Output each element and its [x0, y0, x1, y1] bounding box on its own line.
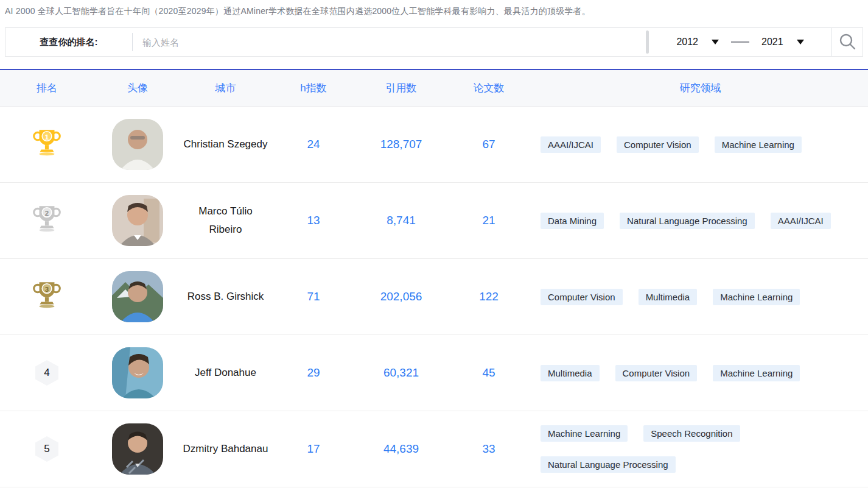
year-from-select[interactable]: 2012: [676, 37, 719, 48]
chevron-down-icon: [797, 40, 804, 44]
scholar-name[interactable]: Marco Túlio Ribeiro: [181, 202, 270, 239]
citations-value: 44,639: [383, 442, 419, 456]
field-tag: Machine Learning: [715, 136, 802, 153]
rank-badge: 4: [35, 360, 58, 386]
year-to-select[interactable]: 2021: [761, 37, 804, 48]
field-tag: Machine Learning: [713, 289, 800, 305]
year-to-value: 2021: [761, 37, 783, 48]
header-research-fields: 研究领域: [533, 81, 868, 95]
scholar-name[interactable]: Ross B. Girshick: [187, 288, 264, 306]
rank-number: 1: [45, 133, 49, 141]
scholar-name[interactable]: Dzmitry Bahdanau: [183, 440, 268, 458]
field-tag: AAAI/IJCAI: [541, 136, 601, 153]
h-index-value: 24: [307, 138, 320, 151]
citations-value: 60,321: [383, 366, 419, 380]
papers-value: 33: [482, 442, 495, 456]
search-bar: 查查你的排名: 2012 2021: [5, 27, 863, 57]
scholar-avatar[interactable]: [112, 271, 163, 322]
scholar-avatar[interactable]: [112, 423, 163, 475]
rank-number: 2: [45, 210, 49, 217]
papers-value: 45: [482, 366, 495, 380]
rank-number: 3: [45, 286, 49, 293]
scholar-avatar[interactable]: [112, 195, 163, 246]
table-row: 4 Jeff Donahue 29 60,321 45 Multimedia C…: [0, 335, 868, 411]
field-tag: AAAI/IJCAI: [771, 213, 831, 229]
h-index-value: 17: [307, 442, 320, 456]
header-city: 城市: [181, 81, 270, 95]
field-tag: Speech Recognition: [643, 425, 740, 442]
year-from-value: 2012: [676, 37, 698, 48]
field-tag: Computer Vision: [615, 365, 698, 381]
magnifier-icon: [838, 32, 856, 52]
header-papers: 论文数: [445, 81, 533, 95]
field-tag: Computer Vision: [541, 289, 623, 305]
header-citations: 引用数: [357, 81, 445, 95]
header-rank: 排名: [0, 81, 94, 95]
rank-badge: 5: [35, 436, 58, 462]
citations-value: 128,707: [380, 138, 422, 151]
search-button[interactable]: [832, 28, 863, 56]
h-index-value: 13: [307, 214, 320, 227]
bronze-trophy-icon: 3: [33, 279, 61, 314]
header-h-index: h指数: [270, 81, 357, 95]
citations-value: 202,056: [380, 290, 422, 303]
field-tag: Multimedia: [541, 365, 600, 381]
field-tag: Computer Vision: [617, 136, 699, 153]
silver-trophy-icon: 2: [33, 203, 61, 238]
h-index-value: 29: [307, 366, 320, 380]
page-description: AI 2000 全球人工智能学者旨在十年间（2020至2029年）通过AMine…: [5, 6, 863, 17]
field-tag: Data Mining: [541, 213, 604, 229]
header-avatar: 头像: [94, 81, 181, 95]
table-row: 2 Marco Túlio Ribeiro 13 8,741 21 Data M…: [0, 183, 868, 259]
scholar-avatar[interactable]: [112, 347, 163, 398]
gold-trophy-icon: 1: [33, 127, 61, 162]
scholar-name[interactable]: Christian Szegedy: [184, 135, 268, 154]
table-row: 5 Dzmitry Bahdanau 17 44,639 33 Machine …: [0, 411, 868, 487]
papers-value: 122: [479, 290, 499, 303]
year-range-dash: [731, 41, 749, 43]
field-tag: Machine Learning: [713, 365, 800, 381]
papers-value: 21: [482, 214, 495, 227]
field-tag: Natural Language Processing: [541, 456, 676, 473]
papers-value: 67: [482, 138, 495, 151]
search-input[interactable]: [133, 28, 646, 56]
field-tag: Machine Learning: [541, 425, 628, 442]
h-index-value: 71: [307, 290, 320, 303]
table-row: 3 Ross B. Girshick 71 202,056 122 Comput…: [0, 259, 868, 335]
search-label: 查查你的排名:: [5, 28, 132, 56]
chevron-down-icon: [712, 40, 719, 44]
field-tag: Natural Language Processing: [620, 213, 755, 229]
table-header-row: 排名 头像 城市 h指数 引用数 论文数 研究领域: [0, 70, 868, 107]
table-row: 1 Christian Szegedy 24 128,707 67 AAAI/I…: [0, 107, 868, 183]
citations-value: 8,741: [387, 214, 416, 227]
scholar-name[interactable]: Jeff Donahue: [195, 364, 256, 382]
scholar-avatar[interactable]: [112, 119, 163, 170]
field-tag: Multimedia: [639, 289, 698, 305]
